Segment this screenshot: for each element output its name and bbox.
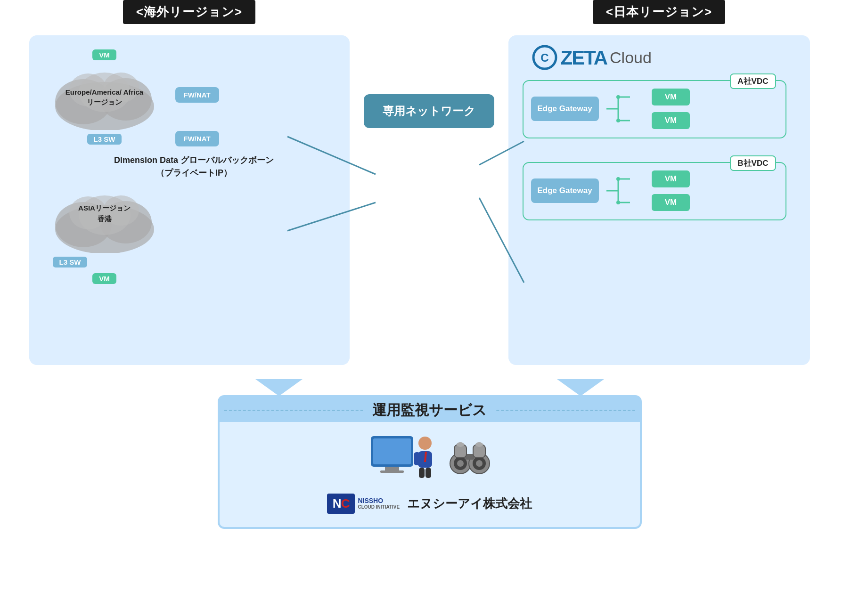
company-row: NC NISSHO CLOUD INITIATIVE エヌシーアイ株式会社 <box>327 494 532 514</box>
japan-panel: <日本リージョン> C ZETA Cloud <box>508 0 810 365</box>
asia-region-text: ASIAリージョン香港 <box>78 203 131 224</box>
vdc-a-label: A社VDC <box>730 73 776 89</box>
monitoring-title: 運用監視サービス <box>363 402 496 418</box>
svg-point-45 <box>457 460 464 467</box>
svg-rect-36 <box>414 452 420 465</box>
svg-point-34 <box>418 437 432 450</box>
backbone-text: Dimension Data グローバルバックボーン（プライベートIP） <box>114 155 274 178</box>
monitoring-title-bar: 運用監視サービス <box>220 397 640 422</box>
vm-column-a: VM VM <box>652 89 690 129</box>
cloud-group-asia: ASIAリージョン香港 L3 SW VM <box>48 187 161 284</box>
europe-region-text: Europe/America/ Africaリージョン <box>62 87 147 107</box>
vm-badge-b2: VM <box>652 194 690 211</box>
svg-point-46 <box>476 460 483 467</box>
vdc-b-label: B社VDC <box>730 155 776 171</box>
vdc-box-b: B社VDC Edge Gateway <box>523 162 786 220</box>
overseas-content: VM <box>43 49 340 284</box>
svg-rect-33 <box>380 470 404 473</box>
svg-point-24 <box>616 177 620 181</box>
zeta-cloud-text: Cloud <box>610 49 652 67</box>
l3sw-badge-asia: L3 SW <box>53 257 88 267</box>
company-name: エヌシーアイ株式会社 <box>407 495 532 512</box>
fw-column: FW/NAT FW/NAT <box>175 87 219 146</box>
zeta-logo: C ZETA Cloud <box>523 45 801 71</box>
arrow-left <box>255 379 303 396</box>
japan-box: C ZETA Cloud A社VDC Edge Gateway <box>508 35 810 365</box>
fw-nat-badge-1: FW/NAT <box>175 87 219 103</box>
nissho-label: NISSHO <box>358 497 400 504</box>
nci-box: NC <box>327 494 355 514</box>
arrow-right <box>557 379 604 396</box>
svg-rect-39 <box>425 468 431 478</box>
top-row: <海外リージョン> VM <box>29 0 830 365</box>
monitoring-icons <box>368 431 491 483</box>
svg-rect-31 <box>373 438 411 464</box>
monitoring-inner-box: NC NISSHO CLOUD INITIATIVE エヌシーアイ株式会社 <box>220 422 640 527</box>
person-monitor-icon <box>368 431 439 483</box>
monitoring-outer-box: 運用監視サービス <box>218 395 642 529</box>
vm-badge-a1: VM <box>652 89 690 105</box>
svg-point-19 <box>616 119 620 122</box>
vdc-a-connector-svg <box>606 88 630 130</box>
cloud-initiative-label: CLOUD INITIATIVE <box>358 504 400 510</box>
middle-section: 専用ネットワーク <box>364 57 494 128</box>
network-box: 専用ネットワーク <box>364 94 494 128</box>
svg-text:C: C <box>540 51 548 64</box>
vdc-box-a: A社VDC Edge Gateway <box>523 80 786 138</box>
l3sw-badge-europe: L3 SW <box>87 134 122 145</box>
svg-point-25 <box>616 201 620 204</box>
vdc-a-inner: Edge Gateway <box>531 88 778 130</box>
svg-rect-32 <box>385 467 399 470</box>
svg-point-18 <box>616 95 620 99</box>
overseas-box: VM <box>29 35 350 365</box>
japan-region-label: <日本リージョン> <box>593 0 725 24</box>
cloud-group-europe: VM <box>48 49 161 145</box>
svg-point-51 <box>475 442 483 447</box>
monitoring-section: 運用監視サービス <box>218 379 642 529</box>
svg-rect-38 <box>419 468 425 478</box>
edge-gateway-a: Edge Gateway <box>531 97 599 121</box>
vm-badge-asia-bottom: VM <box>92 273 116 284</box>
edge-gateway-b: Edge Gateway <box>531 178 599 203</box>
vm-column-b: VM VM <box>652 170 690 211</box>
zeta-text: ZETA <box>561 47 607 69</box>
full-diagram: <海外リージョン> VM <box>29 0 830 365</box>
nci-logo: NC NISSHO CLOUD INITIATIVE <box>327 494 400 514</box>
vdc-section: A社VDC Edge Gateway <box>523 80 801 220</box>
svg-point-50 <box>457 442 464 447</box>
vm-badge-b1: VM <box>652 170 690 187</box>
vdc-b-connector-svg <box>606 170 630 212</box>
vdc-b-inner: Edge Gateway <box>531 170 778 212</box>
vm-badge-europe-top: VM <box>92 49 116 60</box>
main-container: <海外リージョン> VM <box>0 0 859 616</box>
vm-badge-a2: VM <box>652 112 690 129</box>
zeta-icon: C <box>532 45 558 71</box>
fw-nat-badge-2: FW/NAT <box>175 131 219 146</box>
overseas-region-label: <海外リージョン> <box>123 0 255 24</box>
binoculars-icon <box>449 440 491 475</box>
overseas-panel: <海外リージョン> VM <box>29 0 350 365</box>
